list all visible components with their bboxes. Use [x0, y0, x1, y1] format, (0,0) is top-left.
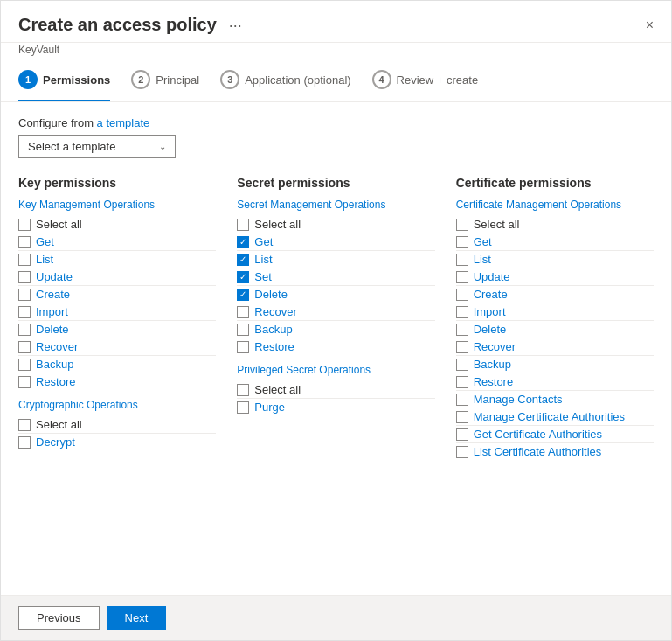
step-circle-4: 4: [372, 70, 391, 89]
secret-select-all-checkbox[interactable]: [237, 219, 249, 231]
list-item: Recover: [18, 338, 216, 356]
certificate-permissions-column: Certificate permissions Certificate Mana…: [456, 176, 654, 460]
cert-backup-label: Backup: [474, 358, 511, 371]
key-backup-checkbox[interactable]: [18, 359, 31, 371]
list-item: List Certificate Authorities: [456, 443, 654, 460]
cert-get-ca-checkbox[interactable]: [456, 428, 468, 441]
previous-button[interactable]: Previous: [18, 606, 100, 630]
secret-recover-checkbox[interactable]: [237, 306, 249, 318]
key-decrypt-checkbox[interactable]: [18, 436, 31, 449]
key-update-checkbox[interactable]: [18, 271, 31, 283]
key-recover-checkbox[interactable]: [18, 341, 31, 353]
secret-restore-checkbox[interactable]: [237, 341, 249, 353]
cert-manage-ca-checkbox[interactable]: [456, 411, 468, 423]
list-item: Update: [456, 268, 654, 286]
cert-manage-contacts-label: Manage Contacts: [474, 393, 563, 406]
template-link[interactable]: a template: [97, 116, 150, 129]
key-mgmt-section-title: Key Management Operations: [18, 199, 216, 211]
cert-list-ca-checkbox[interactable]: [456, 446, 468, 458]
secret-mgmt-list: Select all Get List Set: [237, 216, 434, 355]
secret-list-checkbox[interactable]: [237, 254, 249, 266]
list-item: List: [237, 251, 434, 268]
key-delete-checkbox[interactable]: [18, 324, 31, 336]
secret-set-label: Set: [254, 270, 272, 283]
cert-manage-ca-label: Manage Certificate Authorities: [474, 410, 625, 423]
list-item: Import: [456, 303, 654, 321]
step-circle-1: 1: [18, 70, 38, 89]
wizard-step-3[interactable]: 3 Application (optional): [220, 70, 350, 101]
secret-purge-label: Purge: [254, 401, 285, 414]
cert-delete-checkbox[interactable]: [456, 324, 468, 336]
key-backup-label: Backup: [36, 358, 73, 371]
key-import-checkbox[interactable]: [18, 306, 31, 318]
key-crypto-select-all-checkbox[interactable]: [18, 419, 31, 431]
cert-create-label: Create: [474, 288, 508, 301]
cert-backup-checkbox[interactable]: [456, 359, 468, 371]
permissions-grid: Key permissions Key Management Operation…: [18, 176, 654, 460]
next-button[interactable]: Next: [107, 606, 167, 630]
cert-select-all-checkbox[interactable]: [456, 219, 468, 231]
cert-recover-checkbox[interactable]: [456, 341, 468, 353]
secret-set-checkbox[interactable]: [237, 271, 249, 283]
list-item: Select all: [18, 416, 216, 434]
list-item: Set: [237, 268, 434, 286]
secret-list-label: List: [254, 253, 272, 266]
key-permissions-column: Key permissions Key Management Operation…: [18, 176, 216, 460]
list-item: Get: [18, 233, 216, 251]
cert-delete-label: Delete: [474, 323, 507, 336]
key-crypto-list: Select all Decrypt: [18, 416, 216, 450]
wizard-step-1[interactable]: 1 Permissions: [18, 70, 110, 101]
cert-list-ca-label: List Certificate Authorities: [474, 445, 602, 458]
cert-get-checkbox[interactable]: [456, 236, 468, 248]
more-icon[interactable]: ···: [229, 17, 242, 35]
cert-create-checkbox[interactable]: [456, 289, 468, 301]
list-item: Backup: [456, 356, 654, 373]
list-item: Recover: [456, 338, 654, 356]
step-circle-3: 3: [220, 70, 239, 89]
close-icon[interactable]: ×: [646, 17, 654, 33]
list-item: Restore: [18, 373, 216, 390]
key-select-all-checkbox[interactable]: [18, 219, 31, 231]
secret-backup-checkbox[interactable]: [237, 324, 249, 336]
secret-mgmt-section-title: Secret Management Operations: [237, 199, 434, 211]
cert-restore-checkbox[interactable]: [456, 376, 468, 388]
secret-delete-checkbox[interactable]: [237, 289, 249, 301]
list-item: Manage Contacts: [456, 391, 654, 408]
key-crypto-section-title: Cryptographic Operations: [18, 399, 216, 411]
secret-get-checkbox[interactable]: [237, 236, 249, 248]
key-update-label: Update: [36, 270, 73, 283]
secret-priv-select-all-label: Select all: [254, 383, 301, 396]
cert-mgmt-list: Select all Get List Update: [456, 216, 654, 460]
step-label-2: Principal: [156, 73, 199, 87]
secret-backup-label: Backup: [254, 323, 292, 336]
key-list-checkbox[interactable]: [18, 254, 31, 266]
certificate-permissions-title: Certificate permissions: [456, 176, 654, 190]
key-get-checkbox[interactable]: [18, 236, 31, 248]
cert-manage-contacts-checkbox[interactable]: [456, 394, 468, 406]
template-select-text: Select a template: [28, 140, 115, 153]
secret-privileged-list: Select all Purge: [237, 381, 434, 415]
secret-priv-select-all-checkbox[interactable]: [237, 384, 249, 396]
key-recover-label: Recover: [36, 340, 78, 353]
key-create-checkbox[interactable]: [18, 289, 31, 301]
list-item: Create: [456, 286, 654, 303]
secret-get-label: Get: [254, 235, 273, 248]
cert-update-checkbox[interactable]: [456, 271, 468, 283]
list-item: Select all: [237, 216, 434, 233]
page-title: Create an access policy: [18, 15, 217, 35]
step-label-4: Review + create: [397, 73, 479, 87]
panel-subtitle: KeyVault: [18, 44, 59, 56]
template-dropdown[interactable]: Select a template ⌄: [18, 135, 176, 158]
wizard-steps: 1 Permissions 2 Principal 3 Application …: [1, 59, 671, 102]
cert-import-checkbox[interactable]: [456, 306, 468, 318]
wizard-step-4[interactable]: 4 Review + create: [372, 70, 479, 101]
list-item: Select all: [237, 381, 434, 399]
chevron-down-icon: ⌄: [159, 142, 166, 151]
wizard-step-2[interactable]: 2 Principal: [131, 70, 199, 101]
step-label-1: Permissions: [43, 73, 110, 87]
step-label-3: Application (optional): [245, 73, 350, 87]
key-restore-checkbox[interactable]: [18, 376, 31, 388]
key-crypto-select-all-label: Select all: [36, 418, 82, 431]
cert-list-checkbox[interactable]: [456, 254, 468, 266]
secret-purge-checkbox[interactable]: [237, 401, 249, 414]
